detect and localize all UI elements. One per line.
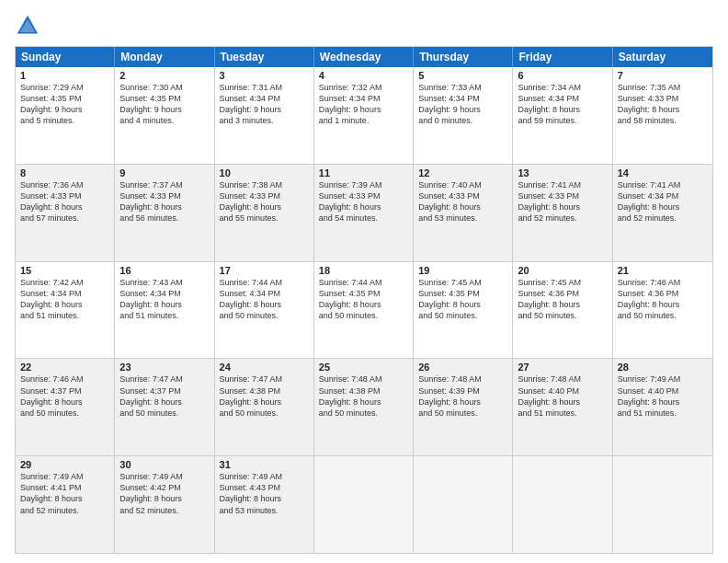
cell-line: Sunset: 4:38 PM	[319, 385, 408, 396]
cell-line: Sunrise: 7:45 AM	[418, 277, 507, 288]
cell-line: and 4 minutes.	[119, 115, 209, 126]
day-number: 23	[119, 362, 209, 373]
day-number: 2	[119, 70, 209, 81]
day-number: 5	[418, 70, 507, 81]
cell-line: Sunrise: 7:29 AM	[20, 82, 109, 93]
calendar-cell: 12Sunrise: 7:40 AMSunset: 4:33 PMDayligh…	[414, 165, 513, 261]
cell-line: Sunset: 4:34 PM	[220, 93, 309, 104]
calendar-cell: 18Sunrise: 7:44 AMSunset: 4:35 PMDayligh…	[314, 262, 414, 359]
cell-line: Sunrise: 7:39 AM	[319, 179, 408, 190]
cell-line: Sunrise: 7:34 AM	[518, 82, 607, 93]
cell-line: Sunset: 4:37 PM	[119, 385, 209, 396]
day-number: 7	[618, 70, 708, 81]
cell-line: Sunrise: 7:46 AM	[618, 277, 708, 288]
cell-line: Sunset: 4:33 PM	[418, 190, 507, 201]
calendar-cell: 8Sunrise: 7:36 AMSunset: 4:33 PMDaylight…	[16, 165, 115, 261]
weekday-header: Saturday	[613, 47, 712, 67]
cell-line: Sunset: 4:34 PM	[119, 288, 209, 299]
calendar-cell	[513, 456, 612, 553]
cell-line: Sunrise: 7:41 AM	[518, 179, 607, 190]
weekday-header: Friday	[513, 47, 612, 67]
calendar-cell: 3Sunrise: 7:31 AMSunset: 4:34 PMDaylight…	[215, 67, 314, 164]
cell-line: Sunset: 4:33 PM	[220, 190, 309, 201]
day-number: 30	[119, 459, 209, 470]
cell-line: Daylight: 8 hours	[518, 396, 607, 408]
cell-line: Sunrise: 7:31 AM	[220, 82, 309, 93]
cell-line: and 56 minutes.	[119, 213, 209, 224]
calendar-cell: 2Sunrise: 7:30 AMSunset: 4:35 PMDaylight…	[115, 67, 214, 164]
calendar-header: SundayMondayTuesdayWednesdayThursdayFrid…	[16, 47, 712, 67]
cell-line: Daylight: 8 hours	[20, 396, 109, 408]
cell-line: Sunset: 4:35 PM	[319, 288, 408, 299]
cell-line: Daylight: 8 hours	[220, 299, 309, 310]
cell-line: and 51 minutes.	[518, 408, 607, 419]
day-number: 8	[20, 167, 109, 178]
cell-line: Daylight: 8 hours	[319, 201, 408, 213]
cell-line: Sunset: 4:42 PM	[119, 482, 209, 493]
cell-line: Sunrise: 7:47 AM	[220, 373, 309, 385]
calendar-cell: 30Sunrise: 7:49 AMSunset: 4:42 PMDayligh…	[115, 456, 214, 553]
header	[15, 13, 713, 39]
calendar-cell: 4Sunrise: 7:32 AMSunset: 4:34 PMDaylight…	[314, 67, 414, 164]
cell-line: Sunrise: 7:44 AM	[220, 277, 309, 288]
cell-line: and 50 minutes.	[119, 408, 209, 419]
cell-line: Sunset: 4:33 PM	[319, 190, 408, 201]
cell-line: Sunset: 4:33 PM	[20, 190, 109, 201]
cell-line: Daylight: 8 hours	[418, 396, 507, 408]
cell-line: and 53 minutes.	[220, 505, 309, 516]
cell-line: and 51 minutes.	[618, 408, 708, 419]
cell-line: and 50 minutes.	[319, 310, 408, 321]
calendar-cell: 17Sunrise: 7:44 AMSunset: 4:34 PMDayligh…	[215, 262, 314, 359]
cell-line: and 52 minutes.	[518, 213, 607, 224]
cell-line: and 50 minutes.	[618, 310, 708, 321]
cell-line: Sunrise: 7:35 AM	[618, 82, 708, 93]
cell-line: Sunrise: 7:49 AM	[618, 373, 708, 385]
cell-line: and 59 minutes.	[518, 115, 607, 126]
day-number: 18	[319, 265, 408, 276]
calendar-cell: 29Sunrise: 7:49 AMSunset: 4:41 PMDayligh…	[16, 456, 115, 553]
logo	[15, 13, 44, 39]
cell-line: Daylight: 9 hours	[319, 104, 408, 115]
cell-line: Sunrise: 7:45 AM	[518, 277, 607, 288]
cell-line: Sunset: 4:33 PM	[518, 190, 607, 201]
cell-line: Sunset: 4:40 PM	[518, 385, 607, 396]
weekday-header: Sunday	[16, 47, 115, 67]
cell-line: and 52 minutes.	[20, 505, 109, 516]
cell-line: and 55 minutes.	[220, 213, 309, 224]
cell-line: Daylight: 8 hours	[119, 493, 209, 504]
day-number: 20	[518, 265, 607, 276]
cell-line: Sunrise: 7:43 AM	[119, 277, 209, 288]
calendar-row: 15Sunrise: 7:42 AMSunset: 4:34 PMDayligh…	[16, 261, 712, 359]
cell-line: Sunset: 4:43 PM	[220, 482, 309, 493]
cell-line: Sunrise: 7:48 AM	[418, 373, 507, 385]
weekday-header: Tuesday	[215, 47, 314, 67]
cell-line: Sunrise: 7:30 AM	[119, 82, 209, 93]
cell-line: Daylight: 9 hours	[220, 104, 309, 115]
calendar-body: 1Sunrise: 7:29 AMSunset: 4:35 PMDaylight…	[16, 67, 712, 553]
day-number: 16	[119, 265, 209, 276]
cell-line: and 53 minutes.	[418, 213, 507, 224]
calendar-cell: 13Sunrise: 7:41 AMSunset: 4:33 PMDayligh…	[513, 165, 612, 261]
cell-line: Daylight: 8 hours	[418, 201, 507, 213]
cell-line: Sunrise: 7:49 AM	[119, 471, 209, 482]
cell-line: Daylight: 8 hours	[618, 396, 708, 408]
cell-line: Sunset: 4:35 PM	[119, 93, 209, 104]
cell-line: Sunrise: 7:44 AM	[319, 277, 408, 288]
day-number: 1	[20, 70, 109, 81]
cell-line: Sunset: 4:38 PM	[220, 385, 309, 396]
cell-line: Sunrise: 7:32 AM	[319, 82, 408, 93]
day-number: 24	[220, 362, 309, 373]
cell-line: Daylight: 8 hours	[518, 299, 607, 310]
day-number: 25	[319, 362, 408, 373]
cell-line: Sunset: 4:35 PM	[20, 93, 109, 104]
cell-line: Daylight: 9 hours	[119, 104, 209, 115]
cell-line: Sunset: 4:34 PM	[220, 288, 309, 299]
cell-line: Daylight: 8 hours	[418, 299, 507, 310]
cell-line: Daylight: 8 hours	[119, 299, 209, 310]
day-number: 12	[418, 167, 507, 178]
cell-line: Sunset: 4:34 PM	[20, 288, 109, 299]
cell-line: Daylight: 8 hours	[618, 201, 708, 213]
page: SundayMondayTuesdayWednesdayThursdayFrid…	[0, 0, 728, 563]
day-number: 4	[319, 70, 408, 81]
cell-line: and 58 minutes.	[618, 115, 708, 126]
